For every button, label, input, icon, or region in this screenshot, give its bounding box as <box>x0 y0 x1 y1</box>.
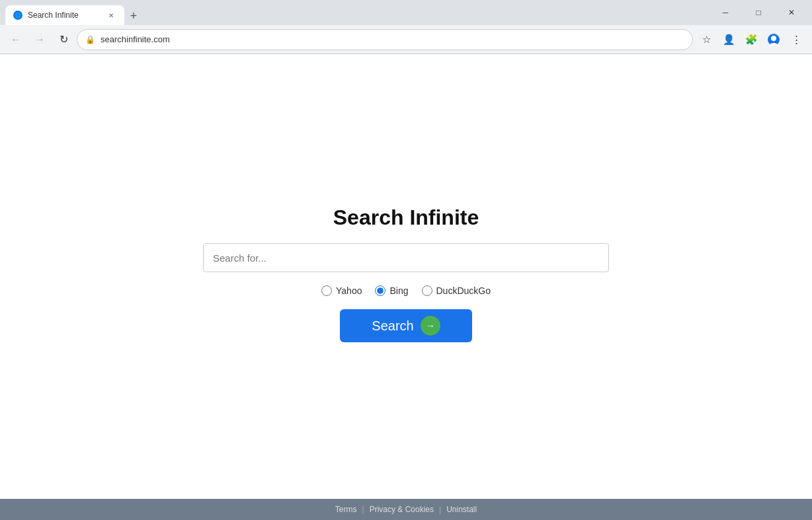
window-controls: ─ □ ✕ <box>710 2 807 23</box>
menu-icon[interactable]: ⋮ <box>786 29 807 50</box>
svg-point-1 <box>771 36 776 41</box>
active-tab[interactable]: 🌐 Search Infinite ✕ <box>5 5 124 25</box>
maximize-button[interactable]: □ <box>743 2 774 23</box>
radio-group: Yahoo Bing DuckDuckGo <box>321 285 491 296</box>
extensions-icon[interactable]: 🧩 <box>741 29 762 50</box>
separator-1: | <box>362 505 364 514</box>
radio-yahoo-input[interactable] <box>321 285 332 296</box>
address-bar[interactable]: 🔒 searchinfinite.com <box>77 29 693 50</box>
browser-window: 🌐 Search Infinite ✕ + ─ □ ✕ ← → ↻ 🔒 sear… <box>0 0 812 520</box>
site-title: Search Infinite <box>333 205 479 230</box>
refresh-button[interactable]: ↻ <box>53 29 74 50</box>
radio-bing-input[interactable] <box>375 285 386 296</box>
separator-2: | <box>439 505 441 514</box>
forward-button[interactable]: → <box>29 29 50 50</box>
terms-link[interactable]: Terms <box>335 505 357 514</box>
browser-toolbar: ← → ↻ 🔒 searchinfinite.com ☆ 👤 🧩 ⋮ <box>0 25 812 54</box>
radio-bing-label: Bing <box>389 285 408 296</box>
arrow-icon: → <box>426 320 435 331</box>
tab-favicon: 🌐 <box>13 11 22 20</box>
tab-strip: 🌐 Search Infinite ✕ + <box>5 0 705 25</box>
bookmark-icon[interactable]: ☆ <box>696 29 717 50</box>
minimize-button[interactable]: ─ <box>710 2 741 23</box>
tab-label: Search Infinite <box>28 11 101 20</box>
privacy-link[interactable]: Privacy & Cookies <box>370 505 434 514</box>
lock-icon: 🔒 <box>85 35 95 44</box>
tab-close-button[interactable]: ✕ <box>106 10 116 20</box>
search-button[interactable]: Search → <box>340 309 472 342</box>
back-button[interactable]: ← <box>5 29 26 50</box>
radio-duckduckgo-label: DuckDuckGo <box>436 285 491 296</box>
profile-icon[interactable]: 👤 <box>718 29 739 50</box>
title-bar: 🌐 Search Infinite ✕ + ─ □ ✕ <box>0 0 812 25</box>
radio-yahoo-label: Yahoo <box>336 285 362 296</box>
new-tab-button[interactable]: + <box>124 7 143 25</box>
radio-bing[interactable]: Bing <box>375 285 408 296</box>
search-input[interactable] <box>203 243 609 272</box>
radio-yahoo[interactable]: Yahoo <box>321 285 362 296</box>
page-content: Search Infinite Yahoo Bing DuckDuckGo Se… <box>0 54 812 520</box>
footer-bar: Terms | Privacy & Cookies | Uninstall <box>0 499 812 520</box>
radio-duckduckgo[interactable]: DuckDuckGo <box>422 285 491 296</box>
toolbar-actions: ☆ 👤 🧩 ⋮ <box>696 29 807 50</box>
radio-duckduckgo-input[interactable] <box>422 285 432 296</box>
url-text: searchinfinite.com <box>101 34 684 44</box>
account-icon[interactable] <box>763 29 784 50</box>
search-button-label: Search <box>372 318 413 334</box>
close-button[interactable]: ✕ <box>776 2 807 23</box>
main-container: Search Infinite Yahoo Bing DuckDuckGo Se… <box>203 205 609 342</box>
uninstall-link[interactable]: Uninstall <box>446 505 477 514</box>
arrow-circle: → <box>421 316 440 336</box>
